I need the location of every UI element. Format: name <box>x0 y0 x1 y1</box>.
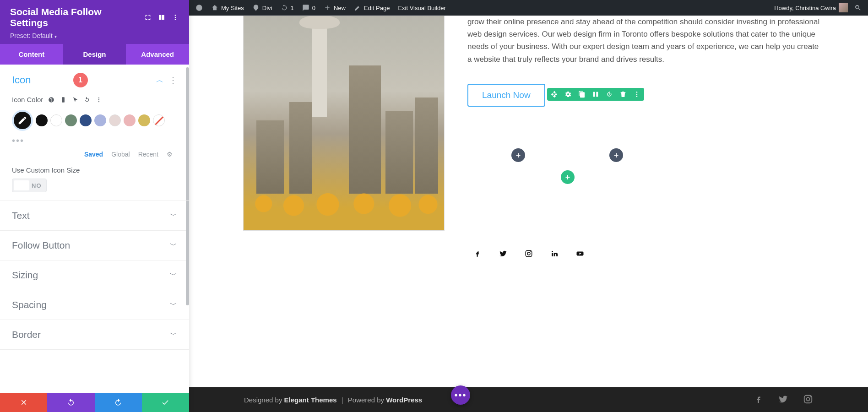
swatch-none[interactable] <box>153 114 165 126</box>
add-row-button[interactable]: + <box>561 170 575 184</box>
toggle-knob <box>14 180 29 190</box>
howdy-item[interactable]: Howdy, Christina Gwira <box>774 3 848 12</box>
new-item[interactable]: New <box>324 4 346 11</box>
social-follow-module <box>189 249 868 258</box>
color-picker-swatch[interactable] <box>12 110 33 131</box>
save-button[interactable] <box>142 393 189 412</box>
hero-paragraph: grow their online presence and stay ahea… <box>467 16 822 65</box>
edit-page-item[interactable]: Edit Page <box>354 4 390 11</box>
custom-size-toggle[interactable]: NO <box>12 179 47 192</box>
svg-point-18 <box>806 397 809 401</box>
field-more-icon[interactable] <box>95 96 103 103</box>
svg-rect-9 <box>596 92 598 97</box>
caret-down-icon: ▾ <box>54 34 57 39</box>
palette-settings-icon[interactable]: ⚙ <box>167 151 173 158</box>
site-name-item[interactable]: Divi <box>252 4 272 11</box>
svg-point-7 <box>196 5 202 11</box>
elegant-themes-link[interactable]: Elegant Themes <box>284 396 337 404</box>
chevron-up-icon[interactable]: ︿ <box>156 76 163 85</box>
icon-section-title[interactable]: Icon <box>12 74 70 86</box>
icon-section: Icon 1 ︿ ⋮ Icon Color <box>0 65 189 201</box>
palette-recent[interactable]: Recent <box>138 151 158 158</box>
phone-icon[interactable] <box>60 96 67 103</box>
facebook-icon[interactable] <box>473 249 482 258</box>
help-icon[interactable] <box>48 96 55 103</box>
expand-icon[interactable] <box>144 14 152 21</box>
svg-point-14 <box>527 252 530 255</box>
trash-icon[interactable] <box>619 91 627 98</box>
more-swatches-icon[interactable]: ••• <box>12 136 177 146</box>
chevron-down-icon: ﹀ <box>170 300 177 310</box>
svg-rect-3 <box>62 97 65 103</box>
preset-dropdown[interactable]: Preset: Default ▾ <box>10 32 179 39</box>
chevron-down-icon: ﹀ <box>170 271 177 280</box>
undo-button[interactable] <box>47 393 94 412</box>
footer-social <box>754 394 813 406</box>
swatch-blush[interactable] <box>109 114 121 126</box>
redo-button[interactable] <box>95 393 142 412</box>
page-preview: grow their online presence and stay ahea… <box>189 16 868 412</box>
icon-color-label: Icon Color <box>12 96 43 103</box>
text-section[interactable]: Text ﹀ <box>0 201 189 231</box>
swatch-green[interactable] <box>65 114 77 126</box>
linkedin-icon[interactable] <box>550 249 559 258</box>
section-more-icon[interactable]: ⋮ <box>169 76 177 84</box>
hero-text-column: grow their online presence and stay ahea… <box>467 16 822 231</box>
reset-icon[interactable] <box>83 96 91 103</box>
panel-title: Social Media Follow Settings <box>10 6 138 28</box>
builder-fab[interactable]: ••• <box>451 385 470 405</box>
hero-row: grow their online presence and stay ahea… <box>189 16 868 231</box>
launch-now-button[interactable]: Launch Now <box>467 84 545 107</box>
module-more-icon[interactable] <box>633 91 640 98</box>
cancel-button[interactable] <box>0 393 47 412</box>
add-module-left[interactable]: + <box>511 148 525 162</box>
svg-point-12 <box>636 96 638 97</box>
exit-vb-item[interactable]: Exit Visual Builder <box>398 5 446 11</box>
sizing-section[interactable]: Sizing ﹀ <box>0 260 189 290</box>
updates-item[interactable]: 1 <box>281 4 294 11</box>
gear-icon[interactable] <box>564 91 572 98</box>
swatch-periwinkle[interactable] <box>94 114 106 126</box>
columns-icon[interactable] <box>158 14 165 21</box>
svg-rect-8 <box>593 92 595 97</box>
border-section[interactable]: Border ﹀ <box>0 320 189 350</box>
svg-point-15 <box>530 251 531 252</box>
search-icon[interactable] <box>854 4 862 11</box>
twitter-icon[interactable] <box>499 249 508 258</box>
save-library-icon[interactable] <box>592 91 599 98</box>
panel-header: Social Media Follow Settings Preset: Def… <box>0 0 189 44</box>
svg-point-6 <box>98 101 99 102</box>
tab-content[interactable]: Content <box>0 44 63 65</box>
svg-point-11 <box>636 93 638 95</box>
svg-point-19 <box>810 396 811 397</box>
move-icon[interactable] <box>551 91 558 98</box>
footer-instagram-icon[interactable] <box>803 394 813 406</box>
duplicate-icon[interactable] <box>578 91 586 98</box>
footer-facebook-icon[interactable] <box>754 394 764 406</box>
comments-item[interactable]: 0 <box>302 4 315 11</box>
swatch-white[interactable] <box>50 114 62 126</box>
palette-global[interactable]: Global <box>111 151 130 158</box>
swatch-black[interactable] <box>36 114 48 126</box>
instagram-icon[interactable] <box>524 249 533 258</box>
palette-saved[interactable]: Saved <box>84 151 103 158</box>
chevron-down-icon: ﹀ <box>170 241 177 250</box>
tab-design[interactable]: Design <box>63 44 126 65</box>
spacing-section[interactable]: Spacing ﹀ <box>0 290 189 320</box>
wp-logo-icon[interactable] <box>195 4 203 11</box>
chevron-down-icon: ﹀ <box>170 211 177 221</box>
swatch-pink[interactable] <box>124 114 136 126</box>
swatch-navy[interactable] <box>80 114 92 126</box>
hover-icon[interactable] <box>71 96 79 103</box>
tab-advanced[interactable]: Advanced <box>126 44 189 65</box>
add-module-right[interactable]: + <box>609 148 623 162</box>
footer-twitter-icon[interactable] <box>778 394 788 406</box>
my-sites-item[interactable]: My Sites <box>211 4 244 11</box>
wordpress-link[interactable]: WordPress <box>386 396 422 404</box>
follow-button-section[interactable]: Follow Button ﹀ <box>0 231 189 260</box>
swatch-gold[interactable] <box>138 114 150 126</box>
youtube-icon[interactable] <box>575 249 585 258</box>
svg-point-1 <box>175 17 176 18</box>
power-icon[interactable] <box>606 91 613 98</box>
more-icon[interactable] <box>172 14 179 21</box>
